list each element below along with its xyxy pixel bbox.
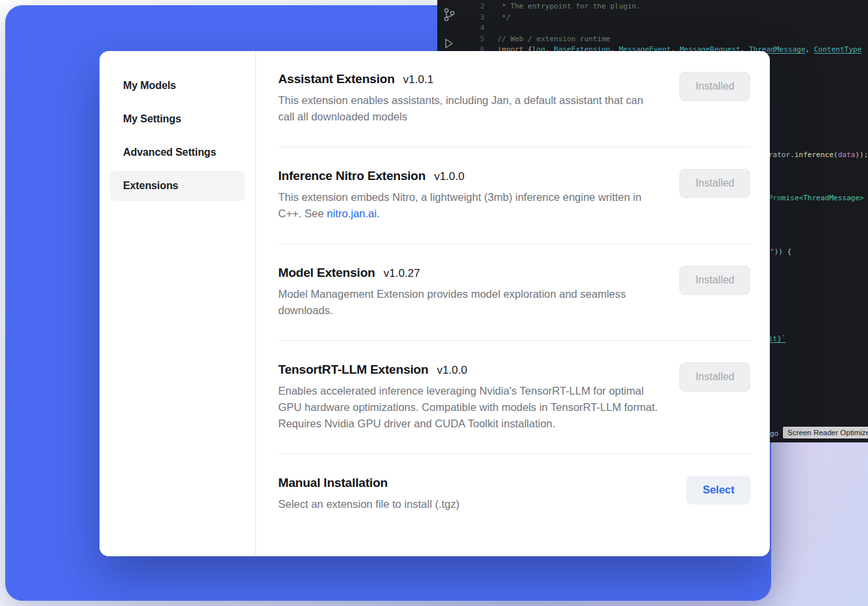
code-fragment: rator.inference(data)); xyxy=(769,151,868,160)
code-line: 5// Web / extension runtime xyxy=(437,34,868,45)
sidebar-item-label: Advanced Settings xyxy=(123,147,216,158)
sidebar-item-my-models[interactable]: My Models xyxy=(110,71,245,101)
installed-button[interactable]: Installed xyxy=(679,266,750,294)
code-token: */ xyxy=(497,13,511,22)
installed-button[interactable]: Installed xyxy=(679,72,750,101)
code-fragment: Promise<ThreadMessage> xyxy=(769,194,864,203)
code-fragment: ")) { xyxy=(770,247,791,257)
extension-row-inference-nitro: Inference Nitro Extension v1.0.0 This ex… xyxy=(278,147,750,244)
extension-version: v1.0.1 xyxy=(403,73,433,86)
extension-description: This extension enables assistants, inclu… xyxy=(278,92,661,125)
extension-name: TensortRT-LLM Extension xyxy=(278,363,428,377)
code-text: */ xyxy=(497,12,511,24)
code-token: ContentType xyxy=(814,45,862,54)
extensions-list: Assistant Extension v1.0.1 This extensio… xyxy=(256,51,770,556)
extension-info: Model Extension v1.0.27 Model Management… xyxy=(278,266,661,319)
extension-description: This extension embeds Nitro, a lightweig… xyxy=(278,189,661,222)
extension-row-model: Model Extension v1.0.27 Model Management… xyxy=(278,244,750,341)
code-token: )) { xyxy=(774,247,792,256)
code-token: rator. xyxy=(769,151,795,159)
code-token: , xyxy=(805,45,814,54)
code-line: 4 xyxy=(437,23,868,34)
nitro-jan-ai-link[interactable]: nitro.jan.ai. xyxy=(327,207,380,219)
code-token: inference xyxy=(795,151,834,159)
extension-title-row: TensortRT-LLM Extension v1.0.0 xyxy=(278,363,661,377)
installed-button[interactable]: Installed xyxy=(679,169,750,198)
extension-version: v1.0.27 xyxy=(384,267,420,280)
extension-info: Inference Nitro Extension v1.0.0 This ex… xyxy=(278,169,661,222)
screen-reader-optimized-chip[interactable]: Screen Reader Optimize xyxy=(783,427,868,438)
extension-title-row: Assistant Extension v1.0.1 xyxy=(278,72,661,86)
installed-button[interactable]: Installed xyxy=(679,363,750,391)
code-token: * The entrypoint for the plugin. xyxy=(497,2,641,10)
extension-version: v1.0.0 xyxy=(437,364,467,377)
manual-installation-title: Manual Installation xyxy=(278,476,388,490)
sidebar-item-label: Extensions xyxy=(123,180,178,192)
extension-description: Model Management Extension provides mode… xyxy=(278,286,661,319)
status-bar-text: go xyxy=(770,429,778,438)
line-number: 4 xyxy=(437,23,484,34)
line-number: 5 xyxy=(437,34,484,45)
sidebar-item-extensions[interactable]: Extensions xyxy=(110,171,245,201)
code-token: " xyxy=(770,247,774,256)
extension-title-row: Model Extension v1.0.27 xyxy=(278,266,661,280)
extension-name: Model Extension xyxy=(278,266,375,280)
select-file-button[interactable]: Select xyxy=(687,476,750,503)
code-line: 2 * The entrypoint for the plugin. xyxy=(437,1,868,12)
extension-info: TensortRT-LLM Extension v1.0.0 Enables a… xyxy=(278,363,661,432)
extension-description: Enables accelerated inference leveraging… xyxy=(278,383,661,432)
code-token: )); xyxy=(855,151,868,159)
sidebar-item-label: My Models xyxy=(123,80,176,92)
settings-modal: My Models My Settings Advanced Settings … xyxy=(99,51,770,556)
line-number: 3 xyxy=(437,12,484,24)
code-lines: 2 * The entrypoint for the plugin.3 */45… xyxy=(437,1,868,56)
settings-sidebar: My Models My Settings Advanced Settings … xyxy=(99,51,256,556)
sidebar-item-my-settings[interactable]: My Settings xyxy=(110,104,245,134)
extension-title-row: Inference Nitro Extension v1.0.0 xyxy=(278,169,661,183)
extension-row-tensorrt-llm: TensortRT-LLM Extension v1.0.0 Enables a… xyxy=(278,341,750,454)
manual-installation-description: Select an extension file to install (.tg… xyxy=(278,496,661,512)
manual-installation-row: Manual Installation Select an extension … xyxy=(278,454,750,534)
extension-info: Assistant Extension v1.0.1 This extensio… xyxy=(278,72,661,125)
extension-name: Inference Nitro Extension xyxy=(278,169,425,183)
code-token: it}` xyxy=(769,334,786,343)
code-token: ( xyxy=(833,151,838,159)
code-token: Promise<ThreadMessage> xyxy=(769,194,864,202)
sidebar-item-label: My Settings xyxy=(123,113,181,125)
code-token: // Web / extension runtime xyxy=(497,35,610,43)
extension-version: v1.0.0 xyxy=(434,170,464,183)
extension-name: Assistant Extension xyxy=(278,72,395,86)
sidebar-item-advanced-settings[interactable]: Advanced Settings xyxy=(110,137,245,168)
extension-row-assistant: Assistant Extension v1.0.1 This extensio… xyxy=(278,51,750,147)
code-fragment: it}` xyxy=(769,334,786,344)
manual-installation-info: Manual Installation Select an extension … xyxy=(278,476,661,512)
code-text: * The entrypoint for the plugin. xyxy=(497,1,641,12)
code-text: // Web / extension runtime xyxy=(497,34,610,45)
line-number: 2 xyxy=(437,1,484,12)
manual-installation-title-row: Manual Installation xyxy=(278,476,661,490)
code-line: 3 */ xyxy=(437,12,868,24)
code-token: data xyxy=(838,151,856,159)
